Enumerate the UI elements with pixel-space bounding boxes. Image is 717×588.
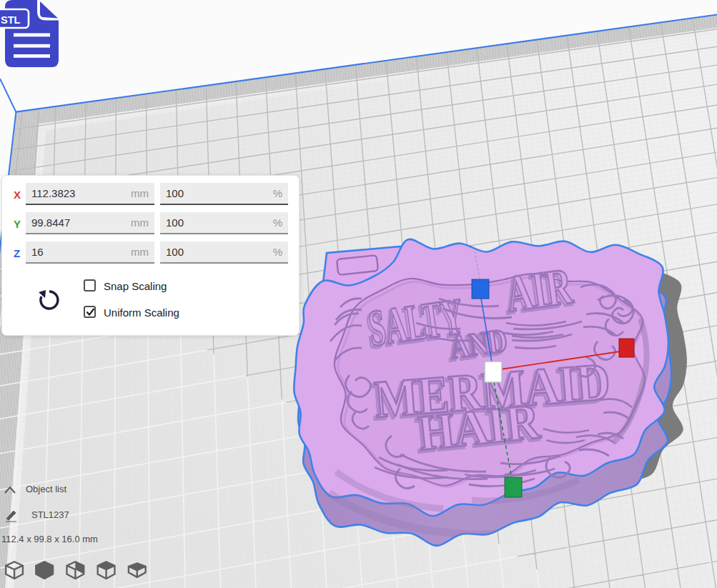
svg-text:AIR: AIR: [503, 257, 576, 323]
svg-text:STL: STL: [1, 14, 21, 26]
